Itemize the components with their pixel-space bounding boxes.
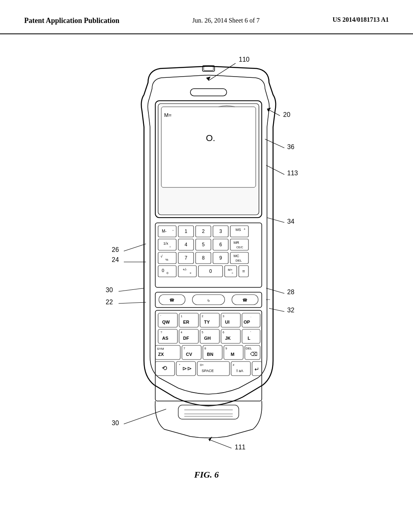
svg-text:MS: MS bbox=[236, 228, 241, 232]
figure-label: FIG. 6 bbox=[194, 470, 219, 480]
ref-110: 110 bbox=[239, 56, 250, 63]
page-header: Patent Application Publication Jun. 26, … bbox=[0, 0, 413, 34]
svg-text:⊳⊳: ⊳⊳ bbox=[182, 365, 192, 372]
ref-32: 32 bbox=[287, 307, 294, 314]
svg-line-14 bbox=[209, 439, 232, 448]
svg-text:7: 7 bbox=[185, 255, 188, 261]
svg-rect-21 bbox=[161, 107, 256, 187]
publication-title: Patent Application Publication bbox=[24, 16, 119, 25]
svg-text:1/x: 1/x bbox=[163, 241, 169, 245]
svg-text:√: √ bbox=[161, 254, 163, 258]
svg-line-9 bbox=[119, 288, 144, 291]
svg-line-11 bbox=[266, 288, 284, 293]
svg-text:ZX: ZX bbox=[158, 352, 164, 357]
svg-text:0: 0 bbox=[162, 268, 164, 273]
patent-number: US 2014/0181713 A1 bbox=[332, 16, 389, 23]
svg-text:DF: DF bbox=[183, 336, 189, 341]
svg-text:1: 1 bbox=[185, 229, 188, 234]
ref-113: 113 bbox=[287, 170, 298, 177]
svg-text:BN: BN bbox=[207, 352, 213, 357]
svg-text:GH: GH bbox=[204, 336, 211, 341]
ref-30b: 30 bbox=[112, 420, 119, 426]
svg-text:': ' bbox=[161, 315, 161, 318]
device-drawing: 110 20 36 113 34 26 24 30 bbox=[90, 46, 323, 457]
svg-text:MC: MC bbox=[234, 254, 239, 258]
svg-text:8: 8 bbox=[202, 255, 205, 261]
svg-text:MR: MR bbox=[234, 241, 239, 245]
ref-28: 28 bbox=[287, 289, 294, 295]
sheet-info: Jun. 26, 2014 Sheet 6 of 7 bbox=[192, 16, 260, 24]
ref-111: 111 bbox=[235, 444, 246, 451]
svg-text:8: 8 bbox=[204, 347, 206, 350]
svg-text:1: 1 bbox=[181, 315, 182, 318]
svg-text:CV: CV bbox=[186, 352, 192, 357]
svg-line-13 bbox=[124, 409, 166, 424]
svg-text:7: 7 bbox=[184, 347, 185, 350]
svg-text:.: . bbox=[250, 315, 251, 318]
svg-text:0+: 0+ bbox=[200, 363, 204, 367]
svg-line-10 bbox=[119, 302, 146, 303]
svg-text:M-: M- bbox=[162, 229, 167, 233]
svg-text:CE/C: CE/C bbox=[236, 246, 243, 249]
svg-text:4: 4 bbox=[181, 331, 182, 334]
svg-rect-110 bbox=[242, 329, 260, 343]
svg-text:M=: M= bbox=[164, 112, 171, 118]
svg-text:↵: ↵ bbox=[254, 366, 259, 372]
main-content: 110 20 36 113 34 26 24 30 bbox=[0, 38, 413, 480]
svg-line-6 bbox=[267, 218, 284, 222]
svg-text:⇧aA: ⇧aA bbox=[236, 369, 243, 373]
svg-text:?: ? bbox=[161, 331, 162, 334]
svg-text:÷: ÷ bbox=[232, 271, 234, 275]
svg-text:%: % bbox=[165, 258, 168, 262]
svg-text:←: ← bbox=[265, 296, 271, 303]
svg-rect-24 bbox=[155, 223, 262, 287]
svg-text:4: 4 bbox=[185, 242, 188, 247]
svg-text:TY: TY bbox=[204, 320, 210, 324]
svg-rect-17 bbox=[204, 66, 213, 71]
svg-text:2: 2 bbox=[202, 229, 205, 234]
svg-rect-64 bbox=[178, 266, 196, 277]
svg-text:UI: UI bbox=[225, 320, 229, 324]
svg-text:+: + bbox=[244, 227, 246, 231]
svg-text:L: L bbox=[248, 336, 250, 341]
svg-text:2: 2 bbox=[202, 315, 203, 318]
svg-text:÷: ÷ bbox=[169, 245, 171, 248]
svg-text:+/-: +/- bbox=[183, 268, 187, 272]
svg-text:SPACE: SPACE bbox=[202, 369, 214, 373]
svg-text:M: M bbox=[231, 352, 234, 357]
ref-34: 34 bbox=[287, 218, 294, 225]
svg-text:JK: JK bbox=[225, 336, 231, 341]
svg-line-12 bbox=[269, 308, 284, 312]
svg-text:☎: ☎ bbox=[242, 298, 247, 302]
svg-text:QW: QW bbox=[162, 320, 170, 324]
svg-text:=: = bbox=[242, 268, 245, 274]
svg-text:×: × bbox=[190, 271, 192, 275]
svg-text:AS: AS bbox=[162, 336, 168, 341]
svg-text:3: 3 bbox=[223, 315, 224, 318]
svg-text:6: 6 bbox=[219, 242, 222, 247]
svg-text:DEL: DEL bbox=[246, 347, 252, 350]
svg-text:SYM: SYM bbox=[157, 347, 164, 351]
svg-text:9: 9 bbox=[219, 255, 222, 261]
svg-text:ER: ER bbox=[183, 320, 189, 324]
svg-text:0: 0 bbox=[209, 268, 212, 274]
svg-rect-18 bbox=[190, 89, 227, 96]
ref-30a: 30 bbox=[106, 287, 113, 293]
svg-text:5: 5 bbox=[202, 242, 205, 247]
svg-text:5: 5 bbox=[202, 331, 203, 334]
svg-text:#: # bbox=[233, 364, 234, 366]
svg-text:3: 3 bbox=[219, 229, 222, 234]
svg-rect-141 bbox=[178, 405, 239, 419]
svg-line-4 bbox=[265, 139, 284, 148]
svg-text:6: 6 bbox=[223, 331, 224, 334]
svg-text:↻: ↻ bbox=[207, 299, 210, 303]
svg-text:': ' bbox=[250, 331, 251, 334]
ref-36: 36 bbox=[287, 143, 294, 150]
svg-text:⌫: ⌫ bbox=[250, 351, 257, 357]
ref-20: 20 bbox=[283, 111, 290, 118]
svg-text:☎: ☎ bbox=[169, 298, 174, 302]
ref-26: 26 bbox=[112, 246, 119, 253]
svg-text:0: 0 bbox=[167, 271, 169, 275]
svg-text:DEL: DEL bbox=[236, 259, 242, 262]
svg-line-7 bbox=[124, 244, 146, 251]
